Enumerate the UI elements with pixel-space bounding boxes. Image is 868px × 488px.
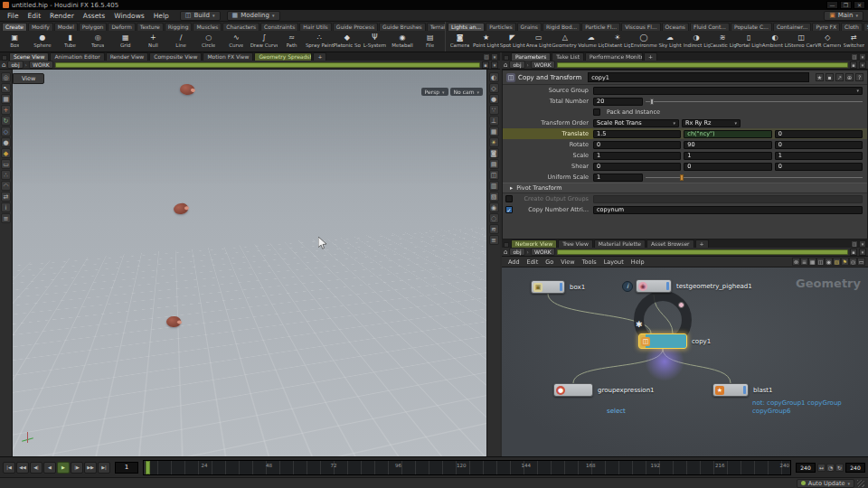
- uniform-scale-field[interactable]: 1: [593, 174, 643, 182]
- scale-tool-icon[interactable]: ◇: [1, 127, 11, 136]
- menu-item[interactable]: Render: [45, 11, 79, 21]
- menu-item[interactable]: Windows: [109, 11, 148, 21]
- tool-file[interactable]: ▤ File: [416, 32, 444, 52]
- network-menu-item[interactable]: Add: [505, 258, 524, 266]
- tab-new[interactable]: +: [695, 239, 709, 248]
- list-view-icon[interactable]: ≡: [800, 258, 808, 266]
- shelf-tab[interactable]: Deform: [108, 23, 135, 31]
- jump-to-node-icon[interactable]: ↗: [835, 73, 844, 81]
- shelf-tab[interactable]: Particles: [486, 23, 515, 31]
- total-number-field[interactable]: 20: [593, 98, 643, 106]
- tool-caustic-light[interactable]: ≋ Caustic Light: [710, 32, 736, 52]
- smooth-shade-icon[interactable]: ●: [489, 94, 499, 104]
- tab-animation-editor[interactable]: Animation Editor: [50, 52, 104, 61]
- pack-instance-checkbox[interactable]: [593, 108, 600, 116]
- isolate-icon[interactable]: ◌: [489, 213, 499, 223]
- view-tool-icon[interactable]: ◎: [1, 72, 11, 82]
- path-menu-icon[interactable]: ▾: [859, 61, 866, 69]
- rotate-z-field[interactable]: 0: [775, 141, 863, 149]
- display-normals-icon[interactable]: ⊥: [489, 116, 499, 126]
- rotate-tool-icon[interactable]: ↻: [1, 116, 11, 126]
- tab-geometry-spreadsheet[interactable]: Geometry Spreadsheet: [254, 52, 312, 61]
- snapshot-icon[interactable]: ◫: [489, 170, 499, 180]
- resize-grip[interactable]: [857, 480, 864, 487]
- tool-line[interactable]: ∕ Line: [167, 32, 195, 52]
- menu-item[interactable]: Edit: [24, 11, 46, 21]
- tool-point-light[interactable]: ★ Point Light: [473, 32, 499, 52]
- path-root[interactable]: obj: [509, 61, 524, 69]
- range-slider-icon[interactable]: ↔: [817, 464, 826, 472]
- tool-ambient-light[interactable]: ◐ Ambient Light: [762, 32, 788, 52]
- prev-frame-button[interactable]: ◀|: [30, 462, 42, 474]
- node-blast1[interactable]: ★ blast1: [712, 383, 773, 397]
- tab-parameters[interactable]: Parameters: [511, 52, 551, 61]
- tool-tube[interactable]: ▮ Tube: [56, 32, 84, 52]
- shelf-tab[interactable]: Lights an...: [448, 23, 485, 31]
- menu-item[interactable]: Help: [149, 11, 174, 21]
- tool-environment-light[interactable]: ◯ Environment Light: [630, 32, 656, 52]
- loop-mode-icon[interactable]: ↻: [835, 464, 844, 472]
- path-pin-icon[interactable]: ▪: [850, 61, 857, 69]
- shelf-tab[interactable]: Oceans: [662, 23, 689, 31]
- sculpt-tool-icon[interactable]: ◠: [1, 181, 11, 191]
- display-flag[interactable]: [743, 386, 746, 394]
- tool-portal-light[interactable]: ▯ Portal Light: [736, 32, 762, 52]
- tab-material-palette[interactable]: Material Palette: [594, 239, 646, 248]
- tab-composite-view[interactable]: Composite View: [149, 52, 202, 61]
- tool-sphere[interactable]: ● Sphere: [29, 32, 57, 52]
- palette-icon[interactable]: ▧: [833, 258, 841, 266]
- gear-icon[interactable]: ⊕: [845, 73, 854, 81]
- copy-number-checkbox[interactable]: ✓: [505, 206, 513, 213]
- wireframe-display-icon[interactable]: ◇: [489, 83, 499, 93]
- snap-options-icon[interactable]: ◆: [1, 148, 11, 158]
- scale-z-field[interactable]: 1: [775, 152, 863, 160]
- pighead-object[interactable]: [179, 83, 195, 96]
- timeline[interactable]: 24487296120144168192216240: [143, 460, 791, 475]
- tool-metaball[interactable]: ◉ Metaball: [389, 32, 417, 52]
- pane-split-icon[interactable]: ◫: [851, 53, 858, 61]
- tab-new[interactable]: +: [313, 52, 326, 61]
- path-menu-icon[interactable]: ▾: [491, 61, 498, 69]
- view-tab[interactable]: View: [13, 73, 44, 84]
- shelf-tab[interactable]: Modify: [28, 23, 53, 31]
- shelf-tab[interactable]: Cloth: [841, 23, 863, 31]
- tool-box[interactable]: ▣ Box: [1, 32, 29, 52]
- display-points-icon[interactable]: ∵: [489, 105, 499, 115]
- network-canvas[interactable]: Geometry ✱ ▣ box1 i: [502, 267, 868, 456]
- path-node[interactable]: WORK: [531, 248, 555, 256]
- select-geometry-icon[interactable]: ▦: [1, 94, 11, 104]
- shelf-tab[interactable]: Rigid Bod...: [542, 23, 580, 31]
- pose-tool-icon[interactable]: ●: [1, 137, 11, 147]
- tool-stereo-camera[interactable]: ◫ Stereo Camera: [788, 32, 815, 52]
- main-take-selector[interactable]: ▣ Main ▾: [824, 11, 863, 21]
- node-box1[interactable]: ▣ box1: [531, 280, 585, 294]
- path-root[interactable]: obj: [7, 61, 23, 69]
- mode-selector[interactable]: ▦ Modeling ▾: [227, 11, 280, 21]
- tool-null[interactable]: + Null: [139, 32, 167, 52]
- translate-y-field[interactable]: ch("ncy"): [684, 130, 771, 138]
- more-tools-icon[interactable]: ≡: [1, 213, 11, 223]
- home-icon[interactable]: ⌂: [504, 249, 507, 256]
- shelf-tab[interactable]: Solid: [863, 23, 868, 31]
- translate-z-field[interactable]: 0: [775, 130, 863, 138]
- pane-menu-icon[interactable]: ▾: [491, 53, 498, 61]
- jump-end-button[interactable]: ▶|: [98, 462, 110, 474]
- tool-l-system[interactable]: Ψ L-System: [361, 32, 389, 52]
- display-options-icon[interactable]: ≋: [489, 224, 499, 234]
- fast-forward-button[interactable]: ▶▶: [84, 462, 97, 474]
- tool-grid[interactable]: ▦ Grid: [112, 32, 140, 52]
- pane-pin-icon[interactable]: [504, 55, 509, 61]
- tool-torus[interactable]: ◎ Torus: [84, 32, 112, 52]
- render-region-icon[interactable]: ▧: [489, 192, 499, 202]
- tool-indirect-light[interactable]: ◑ Indirect Light: [684, 32, 710, 52]
- shelf-tab[interactable]: Pyro FX: [812, 23, 840, 31]
- tab-take-list[interactable]: Take List: [552, 52, 584, 61]
- grid-view-icon[interactable]: ▦: [808, 258, 816, 266]
- pivot-transform-section[interactable]: ▸ Pivot Transform: [503, 183, 867, 193]
- shelf-tab[interactable]: Viscous Fl...: [621, 23, 660, 31]
- shelf-tab[interactable]: Grains: [517, 23, 542, 31]
- tool-spot-light[interactable]: ◤ Spot Light: [499, 32, 525, 52]
- tab-new[interactable]: +: [644, 52, 657, 61]
- network-overview-icon[interactable]: ▭: [857, 258, 865, 266]
- display-flag[interactable]: [560, 283, 562, 291]
